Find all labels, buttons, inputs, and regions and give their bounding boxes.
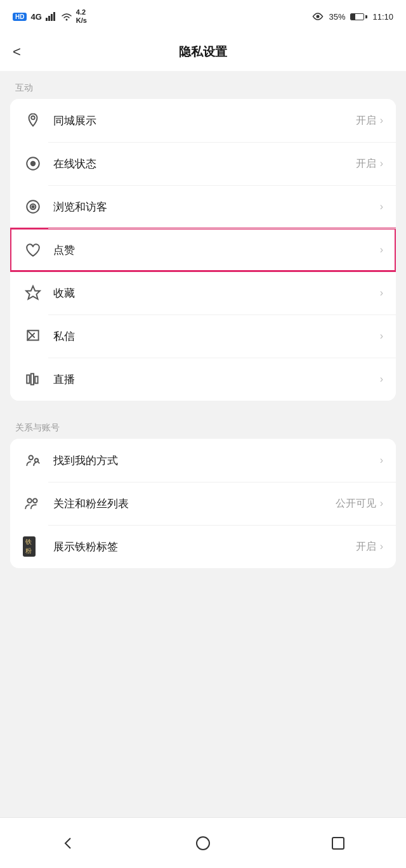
svg-point-4 xyxy=(65,19,67,21)
bottom-nav xyxy=(0,817,406,868)
menu-item-liulan[interactable]: 浏览和访客 › xyxy=(10,185,396,228)
dianzan-chevron: › xyxy=(380,244,383,256)
nav-square-button[interactable] xyxy=(322,827,354,859)
zhibo-label: 直播 xyxy=(53,372,376,387)
svg-point-5 xyxy=(317,15,320,18)
zhibo-chevron: › xyxy=(380,373,383,385)
status-bar: HD 4G 4.2K/s 35% 11:10 xyxy=(0,0,406,33)
browse-icon xyxy=(23,197,43,217)
svg-rect-0 xyxy=(46,18,48,21)
menu-item-zhaodao[interactable]: 找到我的方式 › xyxy=(10,439,396,482)
signal-text: 4G xyxy=(30,12,41,22)
menu-item-dianzan[interactable]: 点赞 › xyxy=(10,228,396,271)
svg-rect-16 xyxy=(31,373,34,384)
guanzhu-value: 公开可见 xyxy=(336,497,376,510)
menu-item-guanzhu[interactable]: 关注和粉丝列表 公开可见 › xyxy=(10,482,396,525)
like-icon xyxy=(23,240,43,260)
guanzhu-chevron: › xyxy=(380,498,383,509)
tongcheng-label: 同城展示 xyxy=(53,113,356,128)
svg-rect-2 xyxy=(51,14,53,21)
nav-back-button[interactable] xyxy=(52,827,84,859)
time: 11:10 xyxy=(372,12,393,22)
page-title: 隐私设置 xyxy=(0,44,406,60)
hd-badge: HD xyxy=(13,13,27,21)
battery-icon xyxy=(350,13,367,20)
sixin-chevron: › xyxy=(380,330,383,342)
svg-point-11 xyxy=(32,205,34,207)
tiefan-chevron: › xyxy=(380,541,383,552)
tiefan-label: 展示铁粉标签 xyxy=(53,540,356,554)
liulan-label: 浏览和访客 xyxy=(53,200,376,214)
liulan-chevron: › xyxy=(380,201,383,212)
svg-marker-12 xyxy=(26,286,40,299)
top-nav: < 隐私设置 xyxy=(0,33,406,71)
back-button[interactable]: < xyxy=(13,44,21,60)
card-group-hudong: 同城展示 开启 › 在线状态 开启 › xyxy=(10,99,396,401)
svg-point-23 xyxy=(197,837,209,850)
status-left: HD 4G 4.2K/s xyxy=(13,8,87,25)
tongcheng-value: 开启 xyxy=(356,114,376,127)
zaixian-chevron: › xyxy=(380,158,383,169)
menu-item-shoucang[interactable]: 收藏 › xyxy=(10,271,396,314)
content-area: 互动 同城展示 开启 › 在线状态 开启 › xyxy=(0,71,406,578)
menu-item-zhibo[interactable]: 直播 › xyxy=(10,358,396,401)
tiefan-badge: 铁粉 xyxy=(23,536,36,557)
shoucang-chevron: › xyxy=(380,287,383,299)
svg-rect-24 xyxy=(332,838,344,849)
svg-point-8 xyxy=(31,162,36,166)
zaixian-value: 开启 xyxy=(356,157,376,171)
section-label-hudong: 互动 xyxy=(0,71,406,99)
dianzan-label: 点赞 xyxy=(53,243,376,257)
follow-icon xyxy=(23,493,43,514)
svg-point-18 xyxy=(29,455,34,460)
status-right: 35% 11:10 xyxy=(312,12,393,22)
tongcheng-chevron: › xyxy=(380,115,383,126)
online-icon xyxy=(23,153,43,174)
svg-line-20 xyxy=(38,462,39,463)
section-label-guanxi: 关系与账号 xyxy=(0,411,406,439)
zhaodao-label: 找到我的方式 xyxy=(53,453,376,468)
findme-icon xyxy=(23,450,43,470)
zaixian-label: 在线状态 xyxy=(53,157,356,171)
menu-item-zaixian[interactable]: 在线状态 开启 › xyxy=(10,142,396,185)
location-icon xyxy=(23,110,43,131)
svg-rect-15 xyxy=(27,375,29,384)
menu-item-tongcheng[interactable]: 同城展示 开启 › xyxy=(10,99,396,142)
svg-rect-17 xyxy=(35,377,37,384)
message-icon xyxy=(23,326,43,346)
sixin-label: 私信 xyxy=(53,329,376,344)
signal-icon xyxy=(46,12,57,21)
svg-point-21 xyxy=(27,498,32,503)
svg-point-22 xyxy=(33,498,37,503)
eye-icon xyxy=(312,12,324,21)
nav-home-button[interactable] xyxy=(187,827,219,859)
menu-item-tiefan[interactable]: 铁粉 展示铁粉标签 开启 › xyxy=(10,525,396,568)
svg-rect-3 xyxy=(53,12,55,21)
svg-rect-1 xyxy=(48,16,50,21)
tiefan-value: 开启 xyxy=(356,540,376,554)
zhaodao-chevron: › xyxy=(380,455,383,466)
battery-percent: 35% xyxy=(329,12,345,22)
shoucang-label: 收藏 xyxy=(53,286,376,301)
menu-item-sixin[interactable]: 私信 › xyxy=(10,314,396,358)
tiefan-icon: 铁粉 xyxy=(23,536,43,557)
guanzhu-label: 关注和粉丝列表 xyxy=(53,496,336,511)
star-icon xyxy=(23,283,43,303)
wifi-icon xyxy=(61,12,72,21)
svg-point-6 xyxy=(31,116,34,119)
live-icon xyxy=(23,369,43,389)
card-group-guanxi: 找到我的方式 › 关注和粉丝列表 公开可见 › 铁粉 展示铁粉标签 xyxy=(10,439,396,568)
network-speed: 4.2K/s xyxy=(76,8,87,25)
